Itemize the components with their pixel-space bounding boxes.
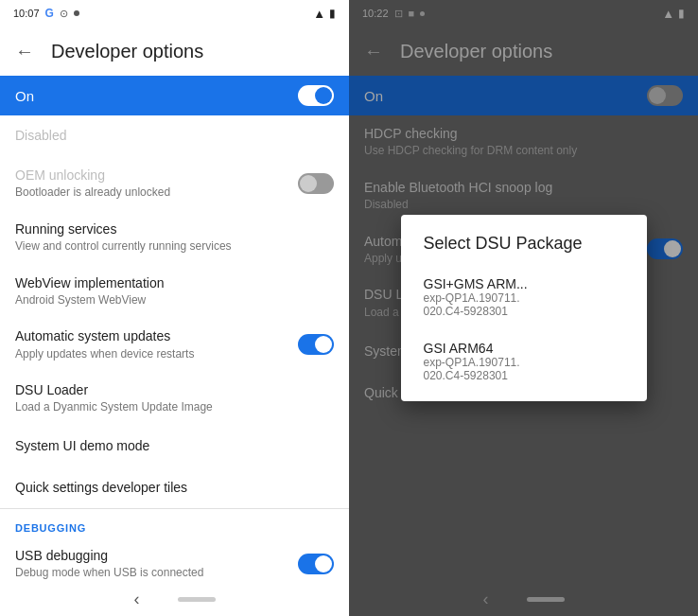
list-item[interactable]: System UI demo mode	[0, 426, 349, 467]
battery-icon: ▮	[329, 7, 336, 20]
setting-subtitle-oem: Bootloader is already unlocked	[15, 185, 298, 201]
left-on-banner: On	[0, 76, 349, 115]
dialog-overlay: Select DSU Package GSI+GMS ARM... exp-QP…	[349, 0, 698, 616]
setting-title-disabled: Disabled	[15, 127, 334, 144]
left-toolbar: ← Developer options	[0, 26, 349, 76]
setting-title-autoupdate: Automatic system updates	[15, 327, 298, 344]
dsu-option-1-title: GSI+GMS ARM...	[424, 276, 624, 291]
g-logo-icon: G	[45, 7, 54, 20]
usb-debug-toggle[interactable]	[298, 554, 334, 574]
setting-subtitle-dsu: Load a Dyanmic System Update Image	[15, 400, 334, 415]
setting-title-dsu: DSU Loader	[15, 381, 334, 398]
setting-subtitle-autoupdate: Apply updates when device restarts	[15, 347, 298, 362]
google-circle-icon: ⊙	[60, 8, 68, 20]
left-status-left: 10:07 G ⊙	[13, 7, 79, 20]
select-dsu-dialog: Select DSU Package GSI+GMS ARM... exp-QP…	[401, 215, 647, 401]
list-item[interactable]: Running services View and control curren…	[0, 211, 349, 265]
list-item[interactable]: Disabled	[0, 115, 349, 157]
list-item[interactable]: OEM unlocking Bootloader is already unlo…	[0, 157, 349, 211]
setting-title-quicksettings: Quick settings developer tiles	[15, 479, 334, 496]
setting-title-systemui: System UI demo mode	[15, 437, 334, 454]
setting-subtitle-running: View and control currently running servi…	[15, 239, 334, 255]
list-item[interactable]: DSU Loader Load a Dyanmic System Update …	[0, 372, 349, 426]
setting-subtitle-webview: Android System WebView	[15, 293, 334, 308]
left-status-bar: 10:07 G ⊙ ▲ ▮	[0, 0, 349, 26]
wifi-icon: ▲	[313, 7, 325, 21]
dsu-option-2-title: GSI ARM64	[424, 341, 624, 356]
setting-title-usb: USB debugging	[15, 547, 298, 564]
home-nav-indicator[interactable]	[178, 597, 216, 602]
left-developer-toggle[interactable]	[298, 85, 334, 106]
left-on-label: On	[15, 88, 34, 104]
left-settings-list: Disabled OEM unlocking Bootloader is alr…	[0, 115, 349, 582]
left-back-button[interactable]: ←	[15, 41, 34, 62]
setting-subtitle-usb: Debug mode when USB is connected	[15, 566, 298, 581]
dot-icon	[74, 10, 79, 16]
list-item[interactable]: WebView implementation Android System We…	[0, 265, 349, 319]
auto-update-toggle[interactable]	[298, 334, 334, 355]
right-phone: 10:22 ⊡ ■ ▲ ▮ ← Developer options On HDC…	[349, 0, 698, 616]
setting-title-webview: WebView implementation	[15, 274, 334, 291]
oem-unlocking-toggle[interactable]	[298, 173, 334, 194]
list-item[interactable]: Automatic system updates Apply updates w…	[0, 318, 349, 372]
left-time: 10:07	[13, 8, 40, 19]
dsu-option-1[interactable]: GSI+GMS ARM... exp-QP1A.190711.020.C4-59…	[401, 265, 647, 329]
dsu-option-1-subtitle: exp-QP1A.190711.020.C4-5928301	[424, 291, 624, 318]
dsu-option-2[interactable]: GSI ARM64 exp-QP1A.190711.020.C4-5928301	[401, 329, 647, 394]
left-status-right: ▲ ▮	[313, 7, 336, 21]
dialog-title: Select DSU Package	[401, 234, 647, 265]
left-phone: 10:07 G ⊙ ▲ ▮ ← Developer options On Dis…	[0, 0, 349, 616]
setting-title-oem: OEM unlocking	[15, 167, 298, 184]
list-item[interactable]: USB debugging Debug mode when USB is con…	[0, 537, 349, 582]
left-nav-bar: ‹	[0, 582, 349, 616]
list-item[interactable]: Quick settings developer tiles	[0, 467, 349, 509]
back-nav-icon[interactable]: ‹	[134, 590, 140, 609]
left-page-title: Developer options	[51, 41, 203, 62]
dsu-option-2-subtitle: exp-QP1A.190711.020.C4-5928301	[424, 356, 624, 382]
debugging-section-header: DEBUGGING	[0, 509, 349, 537]
setting-title-running: Running services	[15, 220, 334, 238]
